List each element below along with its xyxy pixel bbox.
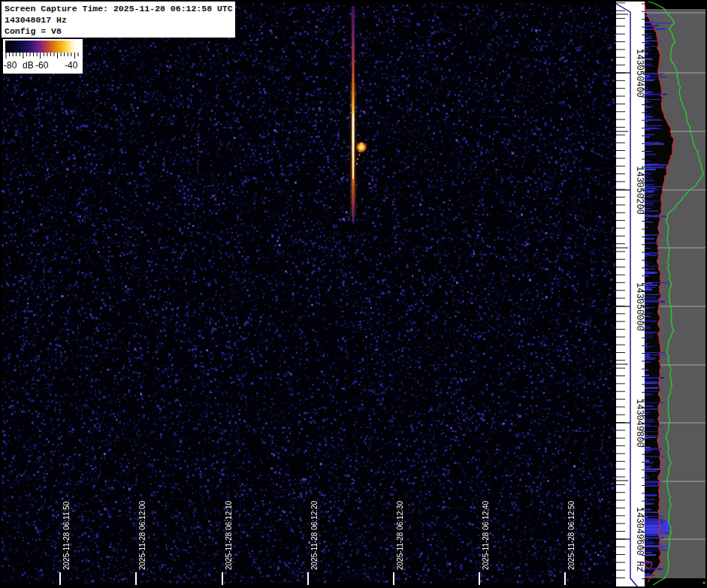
time-tick (307, 572, 309, 585)
frequency-label: 143049600 Hz (634, 507, 645, 571)
time-tick (59, 572, 61, 585)
time-tick (222, 572, 223, 585)
time-label: 2025-11-28 06:12:00 (138, 501, 147, 570)
time-tick (135, 572, 137, 585)
info-box: Screen Capture Time: 2025-11-28 06:12:58… (2, 2, 235, 38)
time-tick (479, 572, 480, 585)
spectrogram-waterfall (0, 0, 618, 588)
time-tick (393, 572, 394, 585)
time-label: 2025-11-28 06:12:20 (310, 501, 319, 570)
frequency-label: 143050000 (634, 282, 645, 331)
spectrum-panel (645, 0, 707, 588)
time-label: 2025-11-28 06:12:50 (567, 501, 576, 570)
capture-time-text: Screen Capture Time: 2025-11-28 06:12:58… (5, 3, 235, 14)
time-label: 2025-11-28 06:12:10 (225, 501, 233, 570)
frequency-label: 143050200 (634, 166, 645, 215)
frequency-label: 143049800 (634, 399, 645, 448)
colorbar-label: -60 (35, 60, 48, 71)
colorbar-label: -40 (65, 60, 77, 71)
frequency-label: 143050400 (634, 49, 645, 98)
time-label: 2025-11-28 06:12:40 (482, 501, 490, 570)
colorbar-gradient (5, 41, 77, 53)
time-label: 2025-11-28 06:11:50 (62, 502, 71, 570)
time-tick (564, 572, 566, 585)
time-label: 2025-11-28 06:12:30 (396, 501, 404, 570)
spectrogram-screen: 2025-11-28 06:11:502025-11-28 06:12:0020… (0, 0, 707, 588)
colorbar-ticks (5, 53, 79, 60)
config-text: Config = V8 (5, 26, 235, 37)
frequency-text: 143048017 Hz (5, 14, 235, 26)
colorbar-label: dB (23, 60, 34, 71)
colorbar-legend: -80dB-60-40 (3, 39, 83, 74)
colorbar-label: -80 (4, 60, 17, 71)
